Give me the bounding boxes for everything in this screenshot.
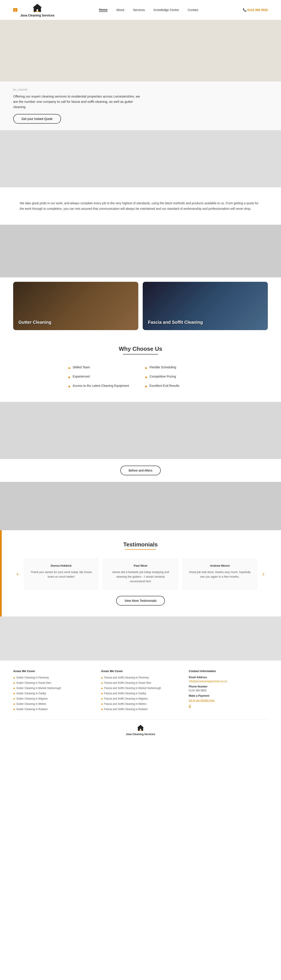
why-item-3-text: Experienced (73, 375, 90, 378)
footer-payment-link[interactable]: Go to our Details here (189, 699, 214, 702)
before-after-button[interactable]: Before and Afters (120, 466, 161, 475)
footer-dot: ● (101, 676, 103, 679)
testimonial-text-2: James did a fantastic job today emptying… (109, 570, 172, 584)
testimonials-cards: Donna Hobbick Thank you James for your w… (24, 558, 257, 589)
footer-col3-title: Contact Information (189, 670, 268, 673)
footer-bottom-logo: Java Cleaning Services (13, 724, 268, 736)
about-image (0, 225, 281, 277)
testimonials-title: Testimonials (13, 541, 268, 548)
hero-description: Offering our expert cleaning services to… (13, 94, 145, 110)
why-item-1: ● Skilled Team (64, 363, 141, 372)
testimonials-cards-wrapper: ‹ Donna Hobbick Thank you James for your… (13, 558, 268, 589)
footer-phone-label: Phone Number (189, 685, 268, 688)
nav-indicator: G (13, 8, 17, 12)
footer-logo-icon (137, 724, 144, 732)
why-dot-5: ● (68, 384, 70, 389)
why-item-2-text: Flexible Scheduling (149, 366, 176, 369)
why-item-6: ● Excellent End Results (141, 382, 217, 391)
footer-link-fascia-fleckney[interactable]: ●Fascia and Soffit Cleaning in Fleckney (101, 676, 180, 679)
footer-email-value[interactable]: info@javacleaningservices.co.uk (189, 680, 268, 683)
testimonials-wrapper-outer: Testimonials ‹ Donna Hobbick Thank you J… (0, 530, 281, 616)
why-dot-1: ● (68, 366, 70, 370)
footer-link-fascia-wigston[interactable]: ●Fascia and Soffit Cleaning in Wigston (101, 697, 180, 700)
why-item-5-text: Access to the Latest Cleaning Equipment (73, 384, 129, 387)
testimonials-next-button[interactable]: › (259, 570, 268, 578)
gallery-image (0, 482, 281, 530)
service-card-fascia-label: Fascia and Soffit Cleaning (148, 320, 203, 325)
footer-col2: Areas We Cover ●Fascia and Soffit Cleani… (101, 670, 180, 713)
footer-col1-title: Areas We Cover (13, 670, 92, 673)
hero-placeholder: [vc_column] (13, 88, 268, 91)
footer-col2-title: Areas We Cover (101, 670, 180, 673)
footer-link-fascia-rutland[interactable]: ●Fascia and Soffit Cleaning in Rutland (101, 708, 180, 711)
logo-icon (32, 3, 43, 13)
footer-link-gutter-wigston[interactable]: ●Gutter Cleaning in Wigston (13, 697, 92, 700)
why-item-4: ● Competitive Pricing (141, 372, 217, 382)
testimonial-text-3: Great job well done, thanks very much, h… (188, 570, 251, 579)
footer-link-gutter-fleckney[interactable]: ●Gutter Cleaning in Fleckney (13, 676, 92, 679)
about-section: We take great pride in our work, and alw… (0, 187, 281, 225)
footer-link-gutter-rutland[interactable]: ●Gutter Cleaning in Rutland (13, 708, 92, 711)
why-grid: ● Skilled Team ● Flexible Scheduling ● E… (64, 363, 217, 391)
footer-dot: ● (101, 686, 103, 690)
why-title: Why Choose Us (13, 345, 268, 352)
footer-phone-value[interactable]: 0116 366 9955 (189, 689, 268, 692)
nav-logo[interactable]: Java Cleaning Services (21, 3, 55, 17)
footer-dot: ● (101, 692, 103, 695)
why-item-2: ● Flexible Scheduling (141, 363, 217, 372)
nav-contact[interactable]: Contact (188, 8, 198, 12)
nav-links: Home About Services Knowledge Centre Con… (99, 8, 198, 12)
footer-link-gutter-oadby[interactable]: ●Gutter Cleaning in Oadby (13, 692, 92, 695)
footer-email-label: Email Address (189, 676, 268, 679)
hero-image-2 (0, 130, 281, 187)
footer-dot: ● (13, 676, 15, 679)
testimonials-prev-button[interactable]: ‹ (13, 570, 22, 578)
why-title-underline (123, 354, 158, 355)
view-more-testimonials-button[interactable]: View More Testimonials (116, 596, 165, 606)
testimonials-btn-wrap: View More Testimonials (13, 596, 268, 606)
testimonial-name-2: Paul West (109, 564, 172, 567)
why-choose-us-section: Why Choose Us ● Skilled Team ● Flexible … (0, 334, 281, 402)
footer-payment-label: Make a Payment (189, 694, 268, 697)
hero-image (0, 20, 281, 81)
why-dot-2: ● (145, 366, 147, 370)
footer-grid: Areas We Cover ●Gutter Cleaning in Fleck… (13, 670, 268, 713)
footer-image (0, 617, 281, 660)
footer-link-fascia-melton[interactable]: ●Fascia and Soffit Cleaning in Melton (101, 702, 180, 706)
footer-link-fascia-oadby[interactable]: ●Fascia and Soffit Cleaning in Oadby (101, 692, 180, 695)
footer-link-gutter-great-glen[interactable]: ●Gutter Cleaning in Great Glen (13, 681, 92, 685)
footer-dot: ● (101, 681, 103, 685)
service-card-gutter-label: Gutter Cleaning (18, 320, 51, 325)
navigation: G Java Cleaning Services Home About Serv… (0, 0, 281, 20)
service-card-fascia[interactable]: Fascia and Soffit Cleaning (143, 282, 268, 330)
nav-knowledge[interactable]: Knowledge Centre (154, 8, 179, 12)
nav-phone[interactable]: 📞 0116 366 3932 (243, 8, 268, 12)
why-item-5: ● Access to the Latest Cleaning Equipmen… (64, 382, 141, 391)
nav-about[interactable]: About (116, 8, 124, 12)
testimonials-title-underline (125, 549, 156, 550)
footer-dot: ● (13, 702, 15, 706)
footer-dot: ● (101, 702, 103, 706)
service-card-gutter[interactable]: Gutter Cleaning (13, 282, 138, 330)
footer-link-gutter-melton[interactable]: ●Gutter Cleaning in Melton (13, 702, 92, 706)
footer: Areas We Cover ●Gutter Cleaning in Fleck… (0, 660, 281, 740)
footer-dot: ● (13, 686, 15, 690)
testimonials-title-wrap: Testimonials (13, 541, 268, 550)
nav-home[interactable]: Home (99, 8, 108, 12)
footer-col3: Contact Information Email Address info@j… (189, 670, 268, 713)
testimonial-text-1: Thank you James for your work today. My … (30, 570, 93, 579)
footer-payment-icon: ₤ (189, 704, 268, 709)
nav-services[interactable]: Services (133, 8, 145, 12)
footer-dot: ● (13, 681, 15, 685)
testimonials-section: Testimonials ‹ Donna Hobbick Thank you J… (0, 530, 281, 616)
before-after-section: Before and Afters (0, 459, 281, 482)
footer-logo-text: Java Cleaning Services (126, 733, 155, 736)
footer-link-gutter-market-harborough[interactable]: ●Gutter Cleaning in Market Harborough (13, 686, 92, 690)
footer-dot: ● (101, 697, 103, 700)
footer-link-fascia-great-glen[interactable]: ●Fascia and Soffit Cleaning in Great Gle… (101, 681, 180, 685)
testimonial-card-3: Andrew Moore Great job well done, thanks… (183, 558, 257, 589)
get-quote-button[interactable]: Get your Instant Quote (13, 114, 61, 124)
footer-link-fascia-market-harborough[interactable]: ●Fascia and Soffit Cleaning in Market Ha… (101, 686, 180, 690)
why-dot-3: ● (68, 375, 70, 380)
why-item-6-text: Excellent End Results (149, 384, 179, 387)
